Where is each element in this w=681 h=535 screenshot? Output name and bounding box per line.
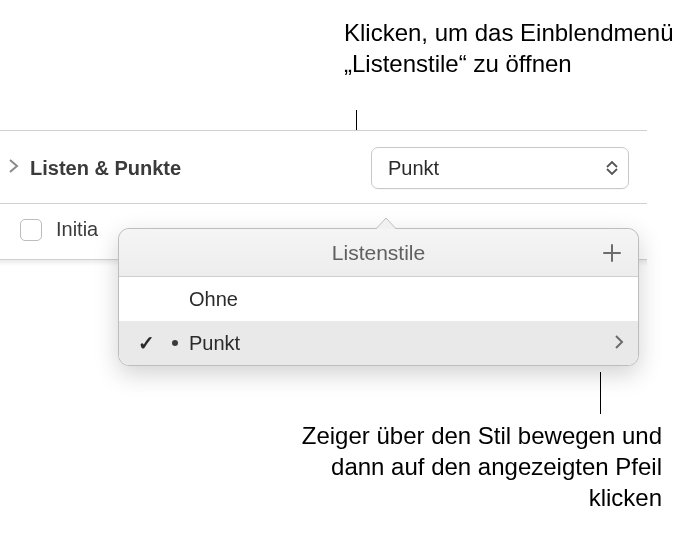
initial-caps-label: Initia bbox=[56, 218, 98, 241]
checkmark-icon: ✓ bbox=[138, 331, 155, 355]
disclosure-chevron-icon[interactable] bbox=[8, 159, 22, 177]
list-styles-popup-button[interactable]: Punkt bbox=[371, 147, 629, 189]
list-item-label: Ohne bbox=[189, 288, 624, 311]
chevron-right-icon bbox=[614, 334, 624, 350]
add-style-button[interactable] bbox=[598, 239, 626, 267]
list-styles-popover: Listenstile Ohne ✓ Punkt bbox=[118, 228, 639, 366]
lists-bullets-row: Listen & Punkte Punkt bbox=[0, 131, 647, 204]
popover-header: Listenstile bbox=[119, 229, 638, 277]
initial-caps-checkbox[interactable] bbox=[20, 219, 42, 241]
popover-title: Listenstile bbox=[332, 241, 425, 265]
list-item-label: Punkt bbox=[189, 332, 614, 355]
list-style-item-punkt[interactable]: ✓ Punkt bbox=[119, 321, 638, 365]
plus-icon bbox=[602, 243, 622, 263]
callout-top-text: Klicken, um das Einblendmenü „Listenstil… bbox=[344, 17, 681, 79]
list-check-col: ✓ bbox=[131, 331, 161, 355]
section-label: Listen & Punkte bbox=[30, 157, 181, 180]
popover-list: Ohne ✓ Punkt bbox=[119, 277, 638, 365]
callout-leader-line bbox=[600, 372, 601, 414]
style-detail-arrow[interactable] bbox=[614, 332, 624, 355]
bullet-icon bbox=[172, 340, 178, 346]
popup-value-label: Punkt bbox=[388, 157, 439, 180]
popup-updown-icon bbox=[606, 161, 618, 175]
list-style-item-ohne[interactable]: Ohne bbox=[119, 277, 638, 321]
callout-bottom-text: Zeiger über den Stil bewegen und dann au… bbox=[292, 420, 662, 514]
list-bullet-col bbox=[161, 340, 189, 346]
